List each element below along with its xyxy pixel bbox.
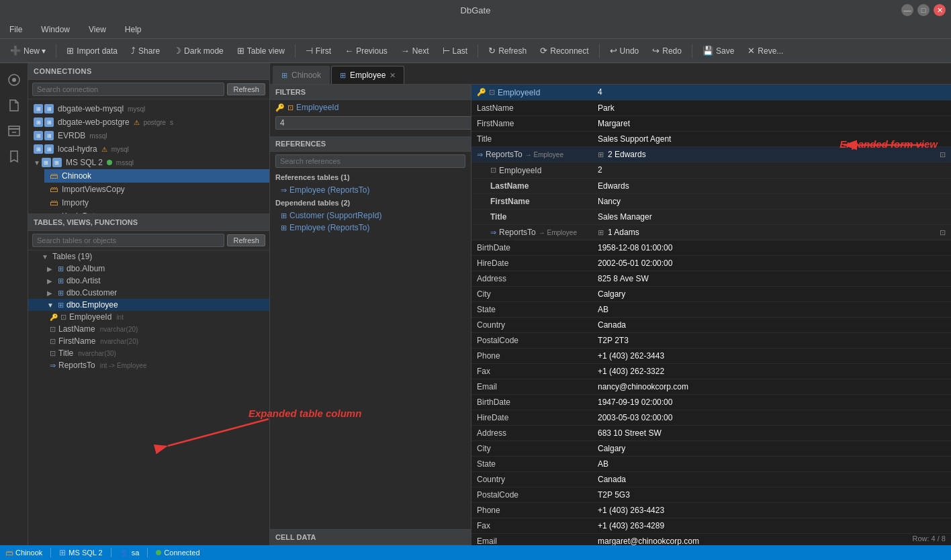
field-value-lastname[interactable]: Park [592,100,951,115]
field-value-city[interactable]: Calgary [592,287,951,302]
status-mssql[interactable]: ⊞ MS SQL 2 [59,548,102,557]
expand-icon: ▶ [47,265,55,273]
field-value-reportsto[interactable]: ⊞ 2 Edwards ⊡ [592,146,951,162]
conn-item-evrdb[interactable]: ⊞ ⊞ EVRDB mssql [28,129,269,142]
table-name: dbo.Artist [66,276,101,285]
field-value-employeeid[interactable]: 4 [592,85,951,100]
search-tables-input[interactable] [32,234,224,247]
ref-employee-reportsto[interactable]: ⇒ Employee (ReportsTo) [270,184,471,196]
tree-customer[interactable]: ▶ ⊞ dbo.Customer [28,287,269,299]
field-value-firstname[interactable]: Margaret [592,115,951,131]
db-chinook[interactable]: 🗃 Chinook [44,169,269,183]
field-value-birthdate[interactable]: 1958-12-08 01:00:00 [592,240,951,256]
field-value-email[interactable]: nancy@chinookcorp.com [592,379,951,395]
field-value-phone[interactable]: +1 (403) 262-3443 [592,348,951,364]
first-button[interactable]: ⊣ First [300,42,337,59]
import-icon: ⊞ [66,46,74,56]
tab-employee[interactable]: ⊞ Employee ✕ [331,66,404,84]
menu-view[interactable]: View [85,24,110,36]
field-value-country[interactable]: Canada [592,318,951,333]
next-icon: → [401,46,410,56]
close-button[interactable]: ✕ [934,4,946,16]
connections-refresh-button[interactable]: Refresh [227,83,265,95]
new-button[interactable]: ➕ New ▾ [4,42,52,59]
reconnect-button[interactable]: ⟳ Reconnect [534,42,594,59]
save-button[interactable]: 💾 Save [696,42,740,59]
field-value-state[interactable]: AB [592,302,951,318]
filter-value-input[interactable] [275,116,471,130]
minimize-button[interactable]: — [901,4,913,16]
sidebar-bookmarks-btn[interactable] [3,145,26,168]
redo-button[interactable]: ↪ Redo [646,42,688,59]
expand-nested-icon[interactable]: ⊞ [598,150,604,159]
status-chinook[interactable]: 🗃 Chinook [5,549,42,557]
field-value-birthdate2[interactable]: 1947-09-19 02:00:00 [592,395,951,410]
field-name-address: Address [471,271,592,287]
nested-field-value[interactable]: 2 [592,162,951,179]
sidebar-archive-btn[interactable] [3,120,26,142]
nested-lastname-value[interactable]: Edwards [592,178,951,193]
dep-customer-support[interactable]: ⊞ Customer (SupportRepId) [270,209,471,222]
conn-item-postgres[interactable]: ⊞ ⊞ dbgate-web-postgre ⚠ postgre s [28,115,269,129]
dep-employee-reportsto[interactable]: ⊞ Employee (ReportsTo) [270,222,471,234]
db-importviewscopy[interactable]: 🗃 ImportViewsCopy [44,183,269,196]
expand-icon: ▼ [34,159,40,167]
tab-chinook[interactable]: ⊞ Chinook [273,66,330,84]
previous-button[interactable]: ← Previous [338,42,394,59]
field-value-country2[interactable]: Canada [592,472,951,487]
sidebar-file-btn[interactable] [3,94,26,117]
search-connection-input[interactable] [32,83,224,96]
nested-title-value[interactable]: Sales Manager [592,209,951,224]
conn-name: MS SQL 2 [66,158,103,167]
toolbar-separator-3 [478,44,478,58]
field-value-fax2[interactable]: +1 (403) 263-4289 [592,518,951,534]
tables-refresh-button[interactable]: Refresh [227,234,265,246]
row-postalcode: PostalCode T2P 2T3 [471,333,951,348]
db-importy[interactable]: 🗃 Importy [44,196,269,209]
share-button[interactable]: ⤴ Share [125,42,166,59]
field-value-address[interactable]: 825 8 Ave SW [592,271,951,287]
field-value-postalcode2[interactable]: T2P 5G3 [592,487,951,503]
conn-item-hydra[interactable]: ⊞ ⊞ local-hydra ⚠ mysql [28,142,269,156]
field-value-city2[interactable]: Calgary [592,441,951,457]
revert-button[interactable]: ✕ Reve... [741,42,789,59]
col-icon: ⊡ [50,349,56,358]
tree-tables-group[interactable]: ▼ Tables (19) [28,250,269,263]
field-value-phone2[interactable]: +1 (403) 263-4423 [592,503,951,518]
undo-button[interactable]: ↩ Undo [604,42,645,59]
db-grid-icon2: ⊞ [44,104,54,113]
refresh-button[interactable]: ↻ Refresh [482,42,533,59]
next-button[interactable]: → Next [395,42,435,59]
field-value-postalcode[interactable]: T2P 2T3 [592,333,951,348]
references-search-input[interactable] [275,154,465,168]
field-value-state2[interactable]: AB [592,457,951,472]
expand-btn[interactable]: ⊡ [940,150,946,159]
nested-reportsto-value[interactable]: ⊞ 1 Adams ⊡ [592,224,951,240]
field-value-email2[interactable]: margaret@chinookcorp.com [592,534,951,546]
field-value-fax[interactable]: +1 (403) 262-3322 [592,364,951,379]
tree-artist[interactable]: ▶ ⊞ dbo.Artist [28,275,269,287]
sidebar-connections-btn[interactable] [3,68,26,91]
tree-employee[interactable]: ▼ ⊞ dbo.Employee [28,299,269,311]
nested-firstname-value[interactable]: Nancy [592,193,951,209]
field-value-title[interactable]: Sales Support Agent [592,131,951,146]
filters-header: FILTERS [270,85,471,100]
darkmode-button[interactable]: ☽ Dark mode [167,42,230,59]
last-button[interactable]: ⊢ Last [437,42,474,59]
conn-type: mssql [89,132,107,140]
tableview-button[interactable]: ⊞ Table view [231,42,291,59]
tab-employee-close[interactable]: ✕ [390,71,396,80]
tree-album[interactable]: ▶ ⊞ dbo.Album [28,263,269,275]
nested-expand-btn[interactable]: ⊡ [940,228,946,237]
conn-item-mssql[interactable]: ▼ ⊞ ⊞ MS SQL 2 mssql [28,156,269,169]
field-value-hiredate2[interactable]: 2003-05-03 02:00:00 [592,410,951,426]
filter-field-label[interactable]: EmployeeId [296,103,338,112]
menu-window[interactable]: Window [37,24,74,36]
maximize-button[interactable]: □ [917,4,930,16]
field-value-hiredate[interactable]: 2002-05-01 02:00:00 [592,256,951,271]
menu-help[interactable]: Help [121,24,146,36]
field-value-address2[interactable]: 683 10 Street SW [592,426,951,441]
conn-item-mysql[interactable]: ⊞ ⊞ dbgate-web-mysql mysql [28,102,269,115]
menu-file[interactable]: File [5,24,26,36]
import-data-button[interactable]: ⊞ Import data [60,42,124,59]
